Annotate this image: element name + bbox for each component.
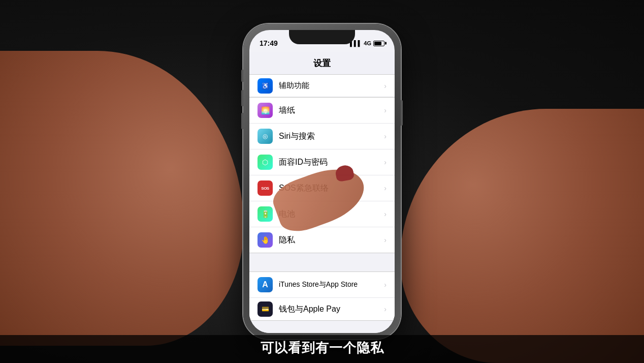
silent-switch [241,70,243,82]
page-title: 设置 [313,57,331,69]
appstore-label: iTunes Store与App Store [279,280,382,289]
video-subtitle: 可以看到有一个隐私 [0,335,644,363]
power-button [401,100,403,126]
accessibility-icon: ♿ [257,78,273,94]
privacy-label: 隐私 [279,235,382,246]
navigation-bar: 设置 [249,52,395,75]
privacy-icon: 🤚 [257,232,273,248]
appstore-icon: A [257,277,273,292]
settings-item-wallpaper[interactable]: 🌅 墙纸 › [249,98,395,124]
group-separator-1 [249,253,395,271]
wallpaper-label: 墙纸 [279,105,382,116]
settings-group-2: A iTunes Store与App Store › 💳 钱包与Apple Pa… [249,271,395,321]
status-icons: ▌▌▌ 4G [350,40,384,46]
settings-item-accessibility[interactable]: ♿ 辅助功能 › [249,75,395,97]
battery-icon [373,41,384,46]
settings-item-siri[interactable]: ◎ Siri与搜索 › [249,124,395,149]
battery-fill [374,42,381,45]
sos-icon: SOS [257,180,273,196]
faceid-icon: ⬡ [257,155,273,170]
appstore-chevron: › [384,281,387,289]
status-time: 17:49 [260,39,278,47]
sos-chevron: › [384,184,387,192]
volume-up-button [241,90,243,106]
wallet-label: 钱包与Apple Pay [279,304,382,315]
faceid-label: 面容ID与密码 [279,157,382,168]
network-type: 4G [364,40,371,46]
battery-settings-icon: 🔋 [257,206,273,222]
accessibility-chevron: › [384,82,387,90]
siri-chevron: › [384,132,387,140]
phone-notch [289,30,355,44]
group-separator-2 [249,321,395,333]
wallpaper-icon: 🌅 [257,103,273,118]
settings-item-appstore[interactable]: A iTunes Store与App Store › [249,272,395,298]
siri-icon: ◎ [257,129,273,144]
faceid-chevron: › [384,158,387,166]
volume-down-button [241,113,243,129]
wallet-icon: 💳 [257,301,273,317]
battery-chevron: › [384,210,387,218]
wallet-chevron: › [384,305,387,313]
siri-label: Siri与搜索 [279,131,382,142]
wallpaper-chevron: › [384,106,387,114]
accessibility-label: 辅助功能 [279,81,382,90]
settings-item-privacy[interactable]: 🤚 隐私 › [249,227,395,253]
settings-item-wallet[interactable]: 💳 钱包与Apple Pay › [249,298,395,320]
privacy-chevron: › [384,236,387,244]
